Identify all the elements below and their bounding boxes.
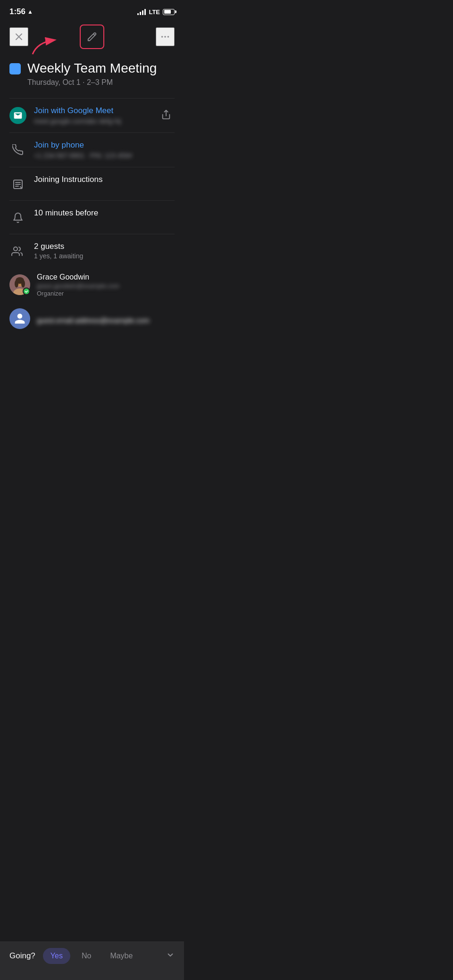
accepted-badge bbox=[23, 288, 30, 295]
guest2-info: guest.email.address@example.com bbox=[37, 313, 150, 324]
guest-list: Grace Goodwin grace.goodwin@example.com … bbox=[0, 267, 184, 338]
svg-point-1 bbox=[161, 36, 163, 38]
svg-point-11 bbox=[15, 280, 18, 288]
guest-item-2[interactable]: guest.email.address@example.com bbox=[9, 303, 175, 335]
event-title-section: Weekly Team Meeting Thursday, Oct 1 · 2–… bbox=[27, 60, 157, 87]
event-color-indicator bbox=[9, 63, 21, 74]
status-right: LTE bbox=[137, 8, 175, 16]
reminder-item[interactable]: 10 minutes before bbox=[0, 201, 184, 234]
guests-sublabel: 1 yes, 1 awaiting bbox=[34, 252, 175, 260]
phone-link[interactable]: Join by phone bbox=[34, 140, 175, 150]
grace-name: Grace Goodwin bbox=[37, 273, 119, 281]
joining-instructions-item[interactable]: Joining Instructions bbox=[0, 167, 184, 200]
signal-bars-icon bbox=[137, 9, 146, 15]
guest-item-grace[interactable]: Grace Goodwin grace.goodwin@example.com … bbox=[9, 267, 175, 303]
top-nav bbox=[0, 21, 184, 57]
bottom-spacer bbox=[0, 338, 184, 386]
edit-button[interactable] bbox=[80, 25, 104, 49]
google-meet-url: meet.google.com/abc-defg-hij bbox=[34, 117, 150, 125]
svg-point-12 bbox=[21, 280, 25, 288]
google-meet-item[interactable]: Join with Google Meet meet.google.com/ab… bbox=[0, 99, 184, 132]
status-bar: 1:56 ▲ LTE bbox=[0, 0, 184, 21]
guest2-avatar-placeholder bbox=[9, 308, 30, 329]
guest2-email: guest.email.address@example.com bbox=[37, 316, 150, 324]
status-time: 1:56 ▲ bbox=[9, 7, 33, 16]
edit-button-wrapper bbox=[80, 25, 104, 49]
battery-icon bbox=[163, 9, 175, 15]
google-meet-link[interactable]: Join with Google Meet bbox=[34, 106, 150, 115]
joining-instructions-icon bbox=[9, 176, 26, 193]
guests-label: 2 guests bbox=[34, 242, 175, 251]
bell-icon bbox=[9, 209, 26, 226]
phone-item[interactable]: Join by phone +1 234-567-8901 · PIN: 123… bbox=[0, 133, 184, 167]
more-options-button[interactable] bbox=[156, 27, 175, 46]
svg-point-3 bbox=[168, 36, 169, 38]
lte-label: LTE bbox=[149, 8, 160, 16]
svg-point-2 bbox=[164, 36, 166, 38]
reminder-content: 10 minutes before bbox=[34, 208, 175, 218]
location-arrow-icon: ▲ bbox=[27, 8, 33, 15]
google-meet-content: Join with Google Meet meet.google.com/ab… bbox=[34, 106, 150, 125]
grace-info: Grace Goodwin grace.goodwin@example.com … bbox=[37, 273, 119, 297]
event-header: Weekly Team Meeting Thursday, Oct 1 · 2–… bbox=[0, 57, 184, 98]
guests-content: 2 guests 1 yes, 1 awaiting bbox=[34, 242, 175, 260]
share-button[interactable] bbox=[158, 106, 175, 123]
guests-item[interactable]: 2 guests 1 yes, 1 awaiting bbox=[0, 234, 184, 267]
event-datetime: Thursday, Oct 1 · 2–3 PM bbox=[27, 78, 157, 87]
svg-point-5 bbox=[14, 247, 17, 251]
joining-instructions-content: Joining Instructions bbox=[34, 175, 175, 184]
time-display: 1:56 bbox=[9, 7, 25, 16]
grace-role: Organizer bbox=[37, 290, 119, 297]
phone-number: +1 234-567-8901 · PIN: 123 456# bbox=[34, 152, 175, 159]
guests-icon bbox=[9, 243, 26, 260]
close-button[interactable] bbox=[9, 27, 28, 46]
phone-content: Join by phone +1 234-567-8901 · PIN: 123… bbox=[34, 140, 175, 159]
guest2-avatar bbox=[9, 308, 30, 329]
reminder-label: 10 minutes before bbox=[34, 208, 175, 218]
event-title: Weekly Team Meeting bbox=[27, 60, 157, 76]
phone-icon bbox=[9, 141, 26, 158]
grace-email: grace.goodwin@example.com bbox=[37, 282, 119, 289]
annotation-arrow bbox=[28, 33, 70, 57]
joining-instructions-label: Joining Instructions bbox=[34, 175, 175, 184]
google-meet-icon bbox=[9, 107, 26, 124]
grace-avatar bbox=[9, 274, 30, 295]
